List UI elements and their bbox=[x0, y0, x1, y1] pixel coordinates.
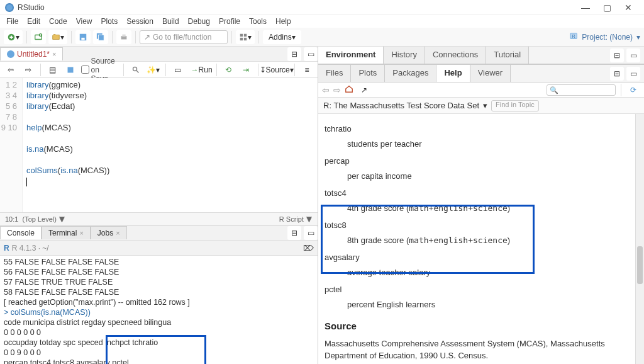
scroll-thumb[interactable] bbox=[637, 246, 643, 284]
files-tab[interactable]: Files bbox=[318, 65, 351, 82]
svg-line-17 bbox=[136, 70, 138, 72]
print-button[interactable] bbox=[116, 30, 131, 44]
terminal-tab[interactable]: Terminal × bbox=[42, 226, 91, 239]
run-button[interactable]: → Run bbox=[192, 63, 211, 77]
menu-tools[interactable]: Tools bbox=[245, 16, 270, 27]
file-type[interactable]: R Script ⯆ bbox=[279, 215, 313, 223]
console-maximize-icon[interactable]: ▭ bbox=[304, 226, 318, 240]
goto-icon: ↗ bbox=[144, 33, 150, 42]
highlight-box bbox=[106, 335, 206, 364]
connections-tab[interactable]: Connections bbox=[425, 47, 486, 64]
menu-debug[interactable]: Debug bbox=[184, 16, 214, 27]
source-button[interactable]: ↧ Source ▾ bbox=[264, 63, 290, 77]
outline-toggle-icon[interactable]: ≡ bbox=[300, 63, 314, 77]
environment-tab[interactable]: Environment bbox=[318, 47, 384, 64]
menubar: File Edit Code View Plots Session Build … bbox=[0, 15, 644, 28]
env-collapse-icon[interactable]: ⊟ bbox=[610, 48, 624, 62]
back-icon[interactable]: ⇦ bbox=[4, 63, 18, 77]
forward-icon[interactable]: ⇨ bbox=[21, 63, 35, 77]
help-search-input[interactable] bbox=[547, 84, 616, 96]
help-forward-icon[interactable]: ⇨ bbox=[333, 85, 341, 95]
close-button[interactable]: ✕ bbox=[618, 3, 639, 13]
addins-button[interactable]: Addins ▾ bbox=[263, 30, 301, 44]
code-editor[interactable]: 1 2 3 4 5 6 7 8 9 10 library(ggmice) lib… bbox=[0, 78, 318, 212]
grid-button[interactable]: ▾ bbox=[236, 30, 255, 44]
window-title: RStudio bbox=[18, 3, 575, 12]
save-src-icon[interactable] bbox=[64, 63, 77, 77]
new-file-button[interactable]: ▾ bbox=[4, 30, 23, 44]
goto-file-input[interactable]: ↗ Go to file/function bbox=[140, 30, 228, 44]
help-tab[interactable]: Help bbox=[436, 65, 470, 82]
console-info: R 4.1.3 · ~/ bbox=[12, 244, 49, 253]
help-back-icon[interactable]: ⇦ bbox=[322, 85, 330, 95]
help-page-title: R: The Massachusetts Test Score Data Set bbox=[323, 101, 479, 110]
viewer-tab[interactable]: Viewer bbox=[470, 65, 511, 82]
menu-session[interactable]: Session bbox=[123, 16, 157, 27]
save-all-button[interactable] bbox=[93, 30, 108, 44]
menu-build[interactable]: Build bbox=[158, 16, 183, 27]
scope-selector[interactable]: (Top Level) ⯆ bbox=[23, 215, 65, 223]
find-icon[interactable] bbox=[129, 63, 143, 77]
console-output[interactable]: 55 FALSE FALSE FALSE FALSE 56 FALSE FALS… bbox=[0, 256, 318, 364]
cursor-position: 10:1 bbox=[5, 215, 18, 223]
svg-rect-4 bbox=[81, 37, 84, 40]
scrollbar[interactable] bbox=[635, 114, 644, 364]
go-line-icon[interactable]: ⇥ bbox=[239, 63, 253, 77]
help-popout-icon[interactable]: ↗ bbox=[357, 83, 371, 97]
maximize-button[interactable]: ▢ bbox=[596, 3, 618, 13]
console-tab[interactable]: Console bbox=[0, 226, 42, 239]
jobs-tab[interactable]: Jobs × bbox=[91, 226, 127, 239]
svg-rect-6 bbox=[99, 35, 104, 40]
svg-rect-15 bbox=[67, 67, 73, 72]
help-refresh-icon[interactable]: ⟳ bbox=[626, 83, 640, 97]
console-collapse-icon[interactable]: ⊟ bbox=[287, 226, 301, 240]
open-file-button[interactable]: ▾ bbox=[48, 30, 67, 44]
help-maximize-icon[interactable]: ▭ bbox=[626, 67, 640, 81]
wand-icon[interactable]: ✨▾ bbox=[147, 63, 160, 77]
menu-file[interactable]: File bbox=[3, 16, 22, 27]
help-content[interactable]: tchratiostudents per teacherpercapper ca… bbox=[318, 114, 635, 364]
compile-report-icon[interactable]: ▭ bbox=[171, 63, 185, 77]
minimize-button[interactable]: — bbox=[575, 3, 596, 13]
source-tab[interactable]: Untitled1* × bbox=[0, 47, 63, 60]
pane-maximize-icon[interactable]: ▭ bbox=[304, 47, 318, 61]
find-in-topic-input[interactable]: Find in Topic bbox=[491, 100, 539, 111]
save-button[interactable] bbox=[75, 30, 91, 44]
close-tab-icon[interactable]: × bbox=[52, 50, 56, 58]
menu-view[interactable]: View bbox=[72, 16, 96, 27]
env-maximize-icon[interactable]: ▭ bbox=[626, 48, 640, 62]
menu-profile[interactable]: Profile bbox=[215, 16, 244, 27]
history-tab[interactable]: History bbox=[384, 47, 425, 64]
menu-edit[interactable]: Edit bbox=[23, 16, 44, 27]
r-icon: R bbox=[4, 244, 9, 253]
svg-rect-10 bbox=[244, 33, 247, 36]
help-collapse-icon[interactable]: ⊟ bbox=[610, 67, 624, 81]
project-menu[interactable]: Project: (None) bbox=[582, 33, 633, 42]
project-icon: R bbox=[569, 31, 578, 42]
tutorial-tab[interactable]: Tutorial bbox=[486, 47, 529, 64]
new-project-button[interactable] bbox=[31, 30, 46, 44]
rstudio-logo-icon bbox=[5, 3, 14, 12]
svg-point-16 bbox=[133, 67, 136, 71]
rerun-icon[interactable]: ⟲ bbox=[221, 63, 235, 77]
menu-code[interactable]: Code bbox=[45, 16, 71, 27]
menu-plots[interactable]: Plots bbox=[97, 16, 122, 27]
menu-help[interactable]: Help bbox=[272, 16, 295, 27]
clear-console-icon[interactable]: ⌦ bbox=[303, 244, 314, 253]
help-home-icon[interactable] bbox=[345, 84, 353, 95]
pane-collapse-icon[interactable]: ⊟ bbox=[287, 47, 301, 61]
help-highlight-box bbox=[321, 205, 535, 274]
svg-rect-12 bbox=[244, 37, 247, 40]
packages-tab[interactable]: Packages bbox=[385, 65, 436, 82]
plots-tab[interactable]: Plots bbox=[351, 65, 385, 82]
svg-rect-11 bbox=[240, 37, 243, 40]
svg-rect-9 bbox=[240, 33, 243, 36]
svg-text:R: R bbox=[572, 34, 575, 38]
show-outline-icon[interactable]: ▤ bbox=[46, 63, 60, 77]
r-file-icon bbox=[7, 50, 14, 58]
svg-rect-8 bbox=[122, 34, 125, 37]
